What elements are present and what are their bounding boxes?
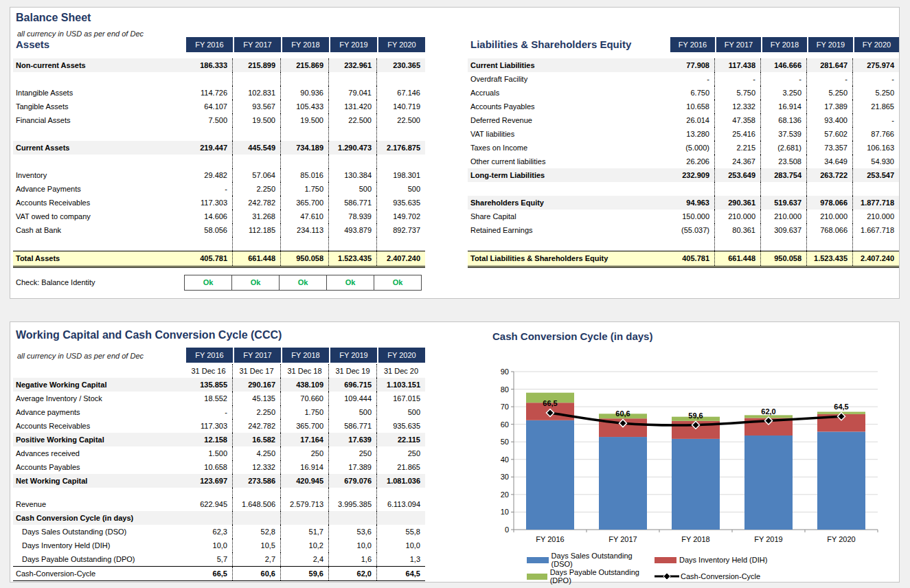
fy-header-cell: FY 2020 bbox=[377, 37, 425, 52]
value-cell: 62,3 bbox=[185, 525, 233, 539]
row-label: Days Inventory Held (DIH) bbox=[13, 539, 185, 552]
value-cell bbox=[329, 237, 377, 251]
value-cell bbox=[233, 511, 281, 525]
table-rows: Negative Working Capital135.855290.16743… bbox=[13, 378, 425, 581]
value-cell: 1.648.506 bbox=[233, 497, 281, 511]
value-cell: 1.103.151 bbox=[377, 378, 425, 392]
y-tick-label: 10 bbox=[501, 508, 509, 516]
value-cell: 253.649 bbox=[715, 168, 761, 182]
fy-header-cell: FY 2018 bbox=[761, 37, 807, 52]
working-capital-panel: Working Capital and Cash Conversion Cycl… bbox=[10, 321, 900, 583]
row-label: Total Liabilities & Shareholders Equity bbox=[468, 251, 669, 266]
chart-title: Cash Conversion Cycle (in days) bbox=[492, 330, 652, 342]
fy-header-cell: FY 2019 bbox=[329, 348, 377, 363]
row-label: Overdraft Facility bbox=[468, 72, 669, 86]
y-tick-label: 50 bbox=[501, 438, 509, 446]
chart-legend: Days Sales Outstanding (DSO)Days Invento… bbox=[483, 552, 896, 585]
value-cell: 186.333 bbox=[185, 58, 233, 72]
value-cell: 309.637 bbox=[761, 223, 807, 237]
value-cell: 17.164 bbox=[281, 433, 329, 446]
row-label: Revenue bbox=[13, 497, 185, 511]
value-cell: 62,0 bbox=[329, 567, 377, 580]
table-row: Accounts Receivables117.303242.782365.70… bbox=[13, 419, 425, 433]
value-cell: 117.303 bbox=[185, 196, 233, 210]
row-label: Accounts Receivables bbox=[13, 419, 185, 433]
bar-segment bbox=[817, 431, 865, 530]
value-cell bbox=[233, 72, 281, 86]
line-data-label: 62,0 bbox=[761, 407, 775, 416]
value-cell: 5,7 bbox=[185, 552, 233, 566]
value-cell: 1,6 bbox=[329, 552, 377, 566]
row-label: Intangible Assets bbox=[13, 86, 185, 100]
row-label bbox=[468, 182, 669, 196]
row-label: Cash Conversion Cycle (in days) bbox=[13, 511, 185, 525]
table-row: Advance Payments-2.2501.750500500 bbox=[13, 182, 425, 196]
row-label: Current Liabilities bbox=[468, 58, 669, 72]
value-cell: 2,4 bbox=[281, 552, 329, 566]
date-cell: 31 Dec 20 bbox=[377, 364, 425, 378]
value-cell: 52,8 bbox=[233, 525, 281, 539]
legend-item-series: Days Sales Outstanding (DSO) bbox=[527, 552, 655, 568]
value-cell: 93.567 bbox=[233, 100, 281, 113]
table-title: Liabilities & Shareholders Equity bbox=[468, 37, 669, 52]
value-cell: 622.945 bbox=[185, 497, 233, 511]
value-cell: 1.523.435 bbox=[329, 251, 377, 266]
fy-header-cell: FY 2016 bbox=[185, 348, 233, 363]
value-cell: 2,7 bbox=[233, 552, 281, 566]
value-cell: 232.909 bbox=[669, 168, 715, 182]
row-label: Cash-Conversion-Cycle bbox=[13, 567, 185, 580]
bar-segment bbox=[526, 420, 574, 530]
row-label: Current Assets bbox=[13, 141, 185, 155]
table-header-row: all currency in USD as per end of DecFY … bbox=[13, 348, 425, 364]
table-row: Advances received1.5004.250250250250 bbox=[13, 446, 425, 460]
fy-header-cell: FY 2017 bbox=[715, 37, 761, 52]
fy-header-cell: FY 2018 bbox=[281, 37, 329, 52]
value-cell bbox=[853, 182, 899, 196]
row-label: Share Capital bbox=[468, 210, 669, 223]
row-label bbox=[13, 488, 185, 497]
row-label: Accruals bbox=[468, 86, 669, 100]
value-cell: 24.367 bbox=[715, 155, 761, 168]
value-cell: 263.722 bbox=[807, 168, 853, 182]
value-cell: 679.076 bbox=[329, 474, 377, 488]
table-row: Advance payments-2.2501.750500500 bbox=[13, 405, 425, 419]
line-data-label: 59,6 bbox=[688, 411, 703, 420]
value-cell bbox=[377, 488, 425, 497]
value-cell: 5.250 bbox=[807, 86, 853, 100]
value-cell: (5.000) bbox=[669, 141, 715, 155]
legend-swatch bbox=[655, 557, 676, 563]
value-cell: 10,0 bbox=[377, 539, 425, 552]
y-tick-label: 20 bbox=[501, 490, 509, 499]
value-cell bbox=[377, 237, 425, 251]
value-cell bbox=[233, 155, 281, 168]
table-header-row: Liabilities & Shareholders EquityFY 2016… bbox=[468, 37, 899, 52]
value-cell bbox=[669, 182, 715, 196]
ccc-chart-svg: 010203040506070809066,560,659,662,064,5F… bbox=[483, 363, 896, 549]
liabilities-equity-table: Liabilities & Shareholders EquityFY 2016… bbox=[468, 37, 899, 268]
value-cell bbox=[377, 155, 425, 168]
value-cell: 149.702 bbox=[377, 210, 425, 223]
row-label: Advance Payments bbox=[13, 182, 185, 196]
value-cell: 5.750 bbox=[715, 86, 761, 100]
value-cell: 1,3 bbox=[377, 552, 425, 566]
value-cell: 18.552 bbox=[185, 392, 233, 405]
table-row: Cash at Bank58.056112.185234.113493.8798… bbox=[13, 223, 425, 237]
value-cell: 1.877.718 bbox=[853, 196, 899, 210]
value-cell bbox=[185, 237, 233, 251]
check-status-cell: Ok bbox=[374, 275, 422, 291]
value-cell: 54.930 bbox=[853, 155, 899, 168]
y-tick-label: 0 bbox=[505, 525, 509, 534]
value-cell: - bbox=[185, 182, 233, 196]
value-cell: 950.058 bbox=[761, 251, 807, 266]
value-cell: 230.365 bbox=[377, 58, 425, 72]
table-row: Days Payable Outstanding (DPO)5,72,72,41… bbox=[13, 552, 425, 566]
value-cell: 22.115 bbox=[377, 433, 425, 446]
table-row bbox=[13, 488, 425, 497]
page-title: Balance Sheet bbox=[16, 12, 91, 24]
value-cell: 281.647 bbox=[807, 58, 853, 72]
legend-item-series: Days Payable Outstanding (DPO) bbox=[527, 568, 655, 585]
value-cell bbox=[377, 511, 425, 525]
table-row bbox=[468, 237, 899, 251]
value-cell: 105.433 bbox=[281, 100, 329, 113]
table-row: Total Liabilities & Shareholders Equity4… bbox=[468, 251, 899, 268]
